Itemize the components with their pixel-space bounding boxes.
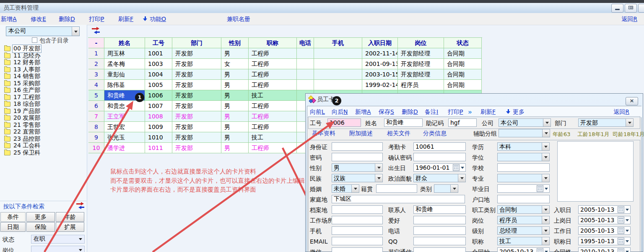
card-delete-button[interactable]: 删除D (402, 108, 418, 116)
table-cell[interactable]: 开发部 (172, 101, 221, 111)
card-add-button[interactable]: 新增A (355, 108, 371, 116)
table-cell[interactable]: 开发部 (172, 111, 221, 122)
table-cell[interactable]: 王世宏 (104, 122, 145, 132)
tab-basic-info[interactable]: 基本资料 (312, 130, 335, 137)
contract_start-date-field[interactable]: 2005-10-13 (497, 247, 550, 252)
table-cell[interactable]: 合同期 (444, 48, 482, 59)
mnemonic-field[interactable] (448, 118, 477, 127)
table-cell[interactable]: 和贵忠 (104, 101, 145, 111)
card-back-button[interactable]: 返回R (613, 108, 629, 116)
password-field[interactable] (332, 153, 383, 161)
table-cell[interactable]: 工程师 (249, 111, 297, 122)
close-button-clipped[interactable] (638, 4, 644, 13)
dropdown-button[interactable] (542, 153, 549, 161)
school-field[interactable] (497, 163, 550, 172)
table-cell[interactable]: 男 (221, 132, 249, 143)
search-button-more[interactable]: 更多 (26, 212, 55, 222)
menu-print[interactable]: 打印P (89, 16, 104, 23)
company-select-dropdown-button[interactable] (72, 27, 79, 36)
table-cell[interactable]: 开发部经理 (398, 59, 444, 69)
menu-edit[interactable]: 修改E (31, 16, 46, 23)
table-cell[interactable]: 男 (221, 69, 249, 80)
name-field[interactable] (384, 118, 423, 127)
table-cell[interactable]: 1003 (145, 59, 172, 69)
tree-item-17[interactable]: 17 工程部 (2, 94, 41, 101)
gender-combo[interactable]: 男 (332, 163, 383, 172)
tree-item-15[interactable]: 15 采购部 (2, 80, 41, 87)
table-cell[interactable]: 女 (221, 59, 249, 69)
menu-add[interactable]: 新增A (1, 16, 17, 23)
table-cell[interactable]: 合同期 (444, 59, 482, 69)
table-cell[interactable]: 童彭仙 (104, 69, 145, 80)
table-cell[interactable]: 1006 (145, 90, 172, 101)
search-button-date[interactable]: 日期 (0, 222, 26, 232)
table-cell[interactable] (314, 80, 362, 90)
table-cell[interactable]: 1999-02-14 (362, 80, 398, 90)
table-cell[interactable]: 合同期 (444, 69, 482, 80)
degree-combo[interactable] (497, 153, 550, 161)
search-button-age[interactable]: 年龄 (56, 212, 84, 222)
workplace-field[interactable] (332, 216, 383, 224)
phone-field[interactable] (413, 226, 466, 235)
post-combo[interactable]: 程序员 (497, 216, 550, 224)
company-combo[interactable]: 本公司 (499, 118, 551, 127)
column-header[interactable]: 性别 (221, 38, 249, 48)
birth-date-field[interactable]: 1960-01-01 (413, 163, 466, 172)
emp_type-combo[interactable]: 合同制 (497, 205, 550, 214)
table-cell[interactable] (314, 48, 362, 59)
column-header[interactable]: 手机 (314, 38, 362, 48)
attendance-field[interactable] (413, 142, 466, 151)
table-row[interactable]: 4陈伟基1005开发部男工程师1999-02-14程序员合同期 (88, 80, 482, 90)
card-save-button[interactable]: 保存S (379, 108, 394, 116)
tree-item-11[interactable]: 11 总经办 (2, 52, 41, 59)
id_card-field[interactable] (332, 142, 383, 151)
column-header[interactable]: 职称 (249, 38, 297, 48)
card-print-button[interactable]: 打印P (448, 108, 463, 116)
table-cell[interactable]: 1007 (145, 101, 172, 111)
table-cell[interactable]: 男 (221, 143, 249, 153)
table-cell[interactable]: 2002-11-14 (362, 48, 398, 59)
post-filter-select[interactable] (31, 246, 85, 252)
table-cell[interactable]: 开发部 (172, 143, 221, 153)
table-cell[interactable]: 1005 (145, 80, 172, 90)
table-cell[interactable]: 开发部 (172, 80, 221, 90)
table-cell[interactable]: 技工 (249, 132, 297, 143)
dropdown-button[interactable] (375, 174, 382, 182)
table-cell[interactable]: 开发部 (172, 69, 221, 80)
table-cell[interactable]: 工程师 (249, 48, 297, 59)
table-cell[interactable]: 1004 (145, 69, 172, 80)
tree-item-12[interactable]: 12 财务部 (2, 59, 41, 66)
dropdown-button[interactable] (458, 174, 465, 182)
table-row[interactable]: 2孟冬梅1003开发部女工程师2001-09-13开发部经理合同期 (88, 59, 482, 69)
qq-field[interactable] (413, 237, 466, 245)
table-cell[interactable]: 1009 (145, 122, 172, 132)
table-cell[interactable]: 开发部 (172, 132, 221, 143)
tree-item-19[interactable]: 19 产品部 (2, 108, 41, 115)
column-header[interactable]: 姓名 (104, 38, 145, 48)
tab-classification[interactable]: 分类信息 (423, 130, 447, 137)
tree-item-22[interactable]: 22 直营部 (2, 129, 41, 135)
status-filter-select[interactable]: 在职 (31, 235, 85, 244)
tree-item-20[interactable]: 20 发展部 (2, 115, 41, 121)
table-cell[interactable] (297, 48, 314, 59)
dropdown-button[interactable] (542, 216, 549, 224)
major-combo[interactable] (497, 174, 550, 182)
search-button-insurance[interactable]: 保险 (26, 222, 55, 232)
dropdown-button[interactable] (542, 174, 549, 182)
table-cell[interactable]: 工程师 (249, 122, 297, 132)
political-combo[interactable]: 群众 (413, 174, 466, 182)
include-subdir-option[interactable]: 包含子目录 (32, 37, 69, 45)
table-cell[interactable]: 工程师 (249, 69, 297, 80)
table-cell[interactable]: 工程师 (249, 143, 297, 153)
tree-item-21[interactable]: 21 零售部 (2, 122, 41, 129)
grad_date-date-field[interactable] (497, 184, 550, 193)
hire_date-date-field[interactable]: 2005-10-13 (578, 205, 631, 214)
table-cell[interactable]: 开发部 (172, 122, 221, 132)
table-cell[interactable] (314, 69, 362, 80)
include-subdir-checkbox[interactable] (32, 37, 37, 43)
ethnic-combo[interactable]: 汉族 (332, 174, 383, 182)
dropdown-button[interactable] (542, 227, 549, 234)
table-cell[interactable]: 男 (221, 90, 249, 101)
table-row[interactable]: 1周玉林1001开发部男工程师2002-11-14开发部经理合同期 (88, 48, 482, 59)
table-cell[interactable]: 1001 (145, 48, 172, 59)
